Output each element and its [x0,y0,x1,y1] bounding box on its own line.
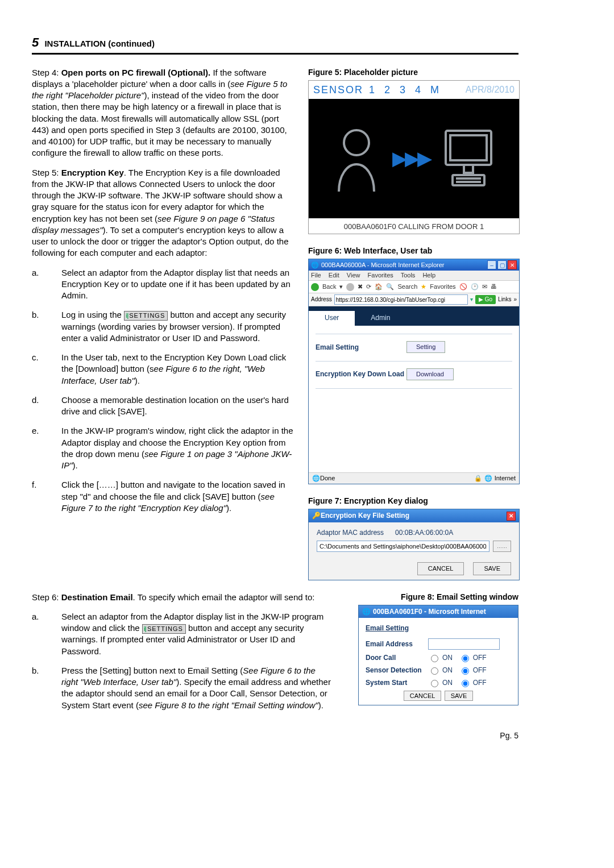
fig6-address-bar: Address ▾ ▶ Go Links » [309,293,519,306]
menu-edit[interactable]: Edit [329,272,339,279]
step4-paragraph: Step 4: Open ports on PC firewall (Optio… [32,67,294,159]
tab-admin[interactable]: Admin [355,311,406,326]
menu-favorites[interactable]: Favorites [368,272,393,279]
links-label[interactable]: Links [498,296,511,304]
minimize-button[interactable]: – [487,260,496,269]
history-icon[interactable]: 🕑 [471,283,479,291]
cancel-button[interactable]: CANCEL [417,562,464,575]
sensor-off[interactable] [462,667,469,675]
go-button[interactable]: ▶ Go [475,295,496,304]
fig8-title-text: 000BAA0601F0 - Microsoft Internet [373,607,486,616]
door-call-off[interactable] [462,655,469,662]
fig6-titlebar: 🌐 000BAA06000A - Microsoft Internet Expl… [309,259,519,271]
step5-lead: Step 5: [32,168,61,177]
setting-button[interactable]: Setting [406,341,445,353]
sensor-on[interactable] [431,667,438,675]
email-setting-label: Email Setting [316,343,406,352]
fig6-tabs: User Admin [309,306,519,326]
figure-5-footer: 000BAA0601F0 CALLING FROM DOOR 1 [309,218,519,234]
refresh-icon[interactable]: ⟳ [366,283,371,291]
back-icon[interactable] [311,283,319,291]
step6-b-pre: Press the [Setting] button next to Email… [61,666,243,675]
fig8-header: Email Setting [366,624,511,633]
fig5-date: APR/8/2010 [466,84,515,96]
back-label[interactable]: Back [322,283,336,291]
sysstart-on[interactable] [431,680,438,687]
menu-view[interactable]: View [347,272,360,279]
figure-7-caption: Figure 7: Encryption Key dialog [308,496,518,506]
maximize-button[interactable]: ▢ [497,260,507,269]
settings-button-inline: i|SETTINGS [142,624,186,634]
search-label[interactable]: Search [397,283,417,291]
email-address-input[interactable] [428,638,500,650]
close-button[interactable]: ✕ [508,260,517,269]
step5-item-c: c.In the User tab, next to the Encryptio… [32,352,294,387]
mac-value: 00:0B:AA:06:00:0A [395,529,453,537]
save-button[interactable]: SAVE [445,691,474,701]
stop-icon[interactable]: ✖ [358,283,363,291]
fig6-toolbar: Back ▾ ✖ ⟳ 🏠 🔍Search ★Favorites 🚫 🕑 ✉ 🖶 [309,281,519,293]
step4-text2: ), instead of the video from the door st… [32,90,287,157]
door-call-on[interactable] [431,655,438,662]
status-done-icon: 🌐 [312,474,320,483]
mail-icon[interactable]: ✉ [482,283,487,291]
step6-paragraph: Step 6: Destination Email. To specify wh… [32,592,334,603]
address-label: Address [311,296,332,304]
step5-item-a: a.Select an adaptor from the Adaptor dis… [32,267,294,302]
email-address-label: Email Address [366,639,428,649]
menu-help[interactable]: Help [422,272,435,279]
tab-user[interactable]: User [309,311,355,326]
person-icon [331,124,382,193]
figure-6-caption: Figure 6: Web Interface, User tab [308,246,518,256]
fig7-titlebar: 🔑 Encryption Key File Setting ✕ [309,509,519,522]
step5-c-post: ). [135,376,140,385]
step5-bold: Encryption Key [61,168,124,177]
system-start-label: System Start [366,678,428,687]
favorites-icon[interactable]: ★ [421,283,426,291]
fig6-menubar[interactable]: File Edit View Favorites Tools Help [309,271,519,281]
search-icon[interactable]: 🔍 [386,283,394,291]
fig6-content: Email Setting Setting Encryption Key Dow… [309,326,519,472]
print-icon[interactable]: 🖶 [491,283,497,291]
status-zone: Internet [495,474,516,483]
save-button[interactable]: SAVE [473,562,511,575]
off-label: OFF [473,678,487,687]
ie-icon: 🌐 [311,261,319,269]
sysstart-off[interactable] [462,680,469,687]
fig8-body: Email Setting Email Address Door Call ON… [359,618,518,705]
svg-rect-3 [453,175,484,185]
path-input[interactable] [317,541,489,552]
forward-icon[interactable] [346,283,354,291]
svg-rect-2 [450,135,487,160]
encryption-key-row: Encryption Key Down Load Download [316,368,512,380]
cancel-button[interactable]: CANCEL [404,691,442,701]
figure-6-window: 🌐 000BAA06000A - Microsoft Internet Expl… [308,259,520,484]
encryption-key-label: Encryption Key Down Load [316,369,406,379]
fig6-title-text: 000BAA06000A - Microsoft Internet Explor… [321,261,444,269]
step5-e-post: ). [73,460,78,470]
step6-item-a: a.Select an adaptor from the Adaptor dis… [32,611,334,657]
download-button[interactable]: Download [406,368,454,380]
fig5-sensor-label: SENSOR [313,83,363,97]
step6-b-ref2: see Figure 8 to the right "Email Setting… [139,700,318,710]
step5-b-pre: Log in using the [61,310,124,319]
menu-file[interactable]: File [311,272,321,279]
figure-5-body: ▶▶▶ [309,99,519,218]
step5-f-pre: Click the [……] button and navigate to th… [61,480,285,501]
figure-5-caption: Figure 5: Placeholder picture [308,67,518,78]
home-icon[interactable]: 🏠 [375,283,383,291]
figures-column: Figure 5: Placeholder picture SENSOR 1 2… [308,67,518,592]
step5-item-d: d.Choose a memorable destination locatio… [32,394,294,418]
browse-button[interactable]: …… [493,541,511,552]
close-button[interactable]: ✕ [507,512,516,521]
step6-item-b: b.Press the [Setting] button next to Ema… [32,665,334,711]
media-icon[interactable]: 🚫 [459,283,467,291]
step6-lead: Step 6: [32,592,61,602]
sys-start-row: System Start ON OFF [366,678,511,687]
menu-tools[interactable]: Tools [401,272,416,279]
figure-8-window: 🌐 000BAA0601F0 - Microsoft Internet Emai… [358,605,518,705]
favorites-label[interactable]: Favorites [430,283,455,291]
arrows-icon: ▶▶▶ [392,146,430,172]
address-input[interactable] [334,294,468,305]
settings-btn-label: SETTINGS [129,312,165,319]
